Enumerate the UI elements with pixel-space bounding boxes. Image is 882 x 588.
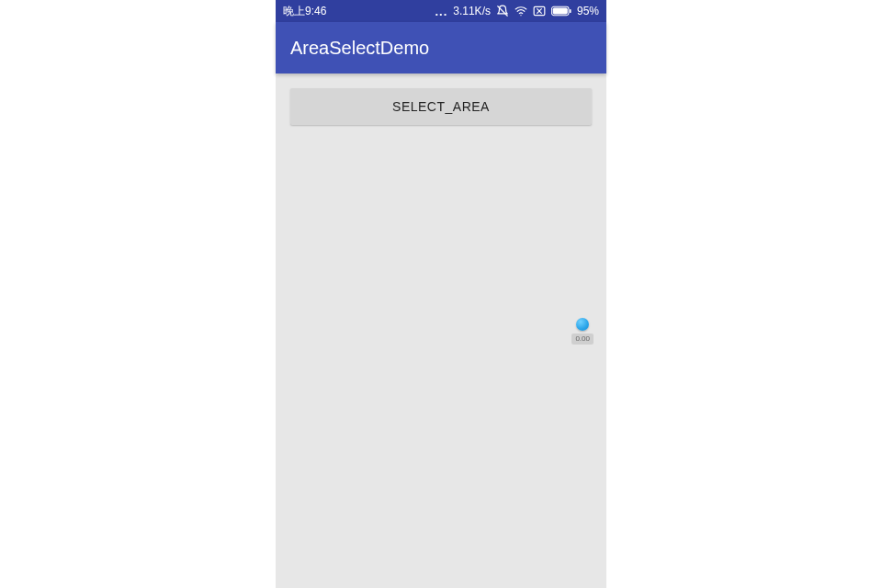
net-speed: 3.11K/s: [453, 5, 491, 17]
status-bar-left: 晚上9:46: [283, 4, 326, 19]
svg-rect-6: [553, 8, 568, 15]
select-area-button-label: SELECT_AREA: [392, 99, 490, 114]
status-time: 晚上9:46: [283, 4, 326, 19]
phone-frame: 晚上9:46 ... 3.11K/s: [276, 0, 606, 588]
no-sim-icon: [533, 6, 546, 17]
floating-widget-label: 0.00: [571, 334, 594, 345]
status-bar-right: ... 3.11K/s: [435, 5, 599, 17]
status-bar: 晚上9:46 ... 3.11K/s: [276, 0, 606, 22]
app-bar: AreaSelectDemo: [276, 22, 606, 74]
svg-rect-7: [570, 9, 571, 13]
select-area-button[interactable]: SELECT_AREA: [290, 88, 592, 125]
content-area: SELECT_AREA: [276, 74, 606, 588]
floating-ball-icon[interactable]: [576, 318, 589, 331]
svg-point-1: [520, 15, 521, 16]
wifi-icon: [514, 5, 527, 17]
mute-icon: [496, 5, 509, 17]
more-dots-icon: ...: [435, 6, 447, 17]
app-title: AreaSelectDemo: [290, 38, 429, 59]
stage: 晚上9:46 ... 3.11K/s: [0, 0, 882, 588]
battery-percentage: 95%: [577, 5, 599, 17]
battery-icon: [551, 6, 571, 17]
floating-widget[interactable]: 0.00: [571, 318, 594, 345]
